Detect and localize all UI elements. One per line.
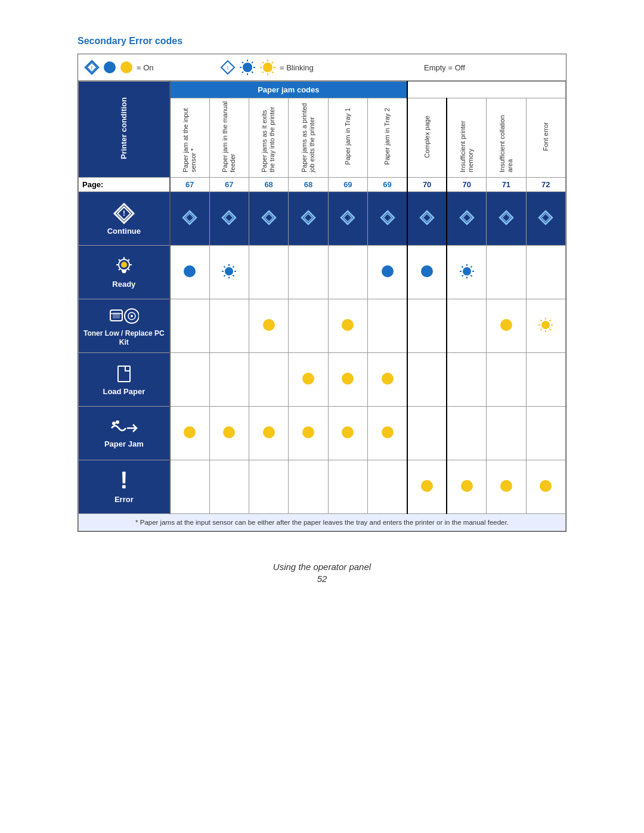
- pj-c5: [328, 407, 367, 460]
- ready-lightbulb-icon: [113, 256, 135, 278]
- svg-point-113: [461, 480, 473, 492]
- svg-line-68: [233, 266, 234, 267]
- paper-jam-label: Paper Jam: [104, 439, 144, 448]
- col-header-8: Insufficient printer memory: [447, 98, 486, 178]
- svg-point-106: [223, 426, 235, 438]
- col-label-6: Paper jam in Tray 2: [383, 108, 391, 165]
- ready-c8: [447, 246, 486, 299]
- pj-c10: [526, 407, 565, 460]
- continue-c7: [407, 192, 447, 246]
- load-paper-c2: [209, 353, 249, 407]
- svg-text:!: !: [123, 209, 125, 218]
- load-paper-c3: [249, 353, 288, 407]
- page-num-8: 70: [447, 178, 486, 192]
- page-num-6: 69: [368, 178, 407, 192]
- load-paper-c10: [526, 353, 565, 407]
- col-label-8: Insufficient printer memory: [459, 101, 475, 172]
- paper-jam-icon: [109, 419, 139, 438]
- load-paper-c9: [487, 353, 526, 407]
- toner-condition: Toner Low / Replace PC Kit: [79, 299, 170, 353]
- svg-point-109: [342, 426, 354, 438]
- continue-c1: [170, 192, 209, 246]
- section-title: Secondary Error codes: [78, 36, 566, 47]
- page-num-5: 69: [328, 178, 367, 192]
- error-row: ! Error: [79, 460, 566, 514]
- svg-line-53: [119, 259, 120, 261]
- svg-point-108: [302, 426, 314, 438]
- svg-point-87: [263, 319, 275, 331]
- ready-c1: [170, 246, 209, 299]
- svg-line-77: [462, 266, 463, 267]
- svg-line-66: [224, 266, 225, 267]
- ready-c9: [487, 246, 526, 299]
- ready-c7: [407, 246, 447, 299]
- toner-c1: [170, 299, 209, 353]
- error-c7: [407, 460, 447, 514]
- load-paper-c8: [447, 353, 486, 407]
- col-label-7: Complex page: [423, 116, 431, 158]
- error-c5: [328, 460, 367, 514]
- load-paper-row: Load Paper: [79, 353, 566, 407]
- ready-c2: [209, 246, 249, 299]
- ready-c3: [249, 246, 288, 299]
- svg-point-102: [382, 373, 394, 385]
- svg-rect-58: [122, 270, 126, 272]
- svg-point-70: [382, 265, 394, 277]
- svg-point-104: [116, 420, 119, 424]
- sun-blink-yellow-icon: [259, 59, 276, 76]
- col-label-2: Paper jam in the manual feeder: [221, 101, 237, 172]
- continue-c5: [328, 192, 367, 246]
- svg-line-12: [242, 62, 243, 63]
- toner-c2: [209, 299, 249, 353]
- ready-row: Ready: [79, 246, 566, 299]
- svg-point-101: [342, 373, 354, 385]
- pj-c6: [368, 407, 407, 460]
- svg-line-22: [272, 72, 273, 73]
- svg-line-14: [252, 62, 253, 63]
- pj-c4: [289, 407, 328, 460]
- svg-line-95: [541, 320, 542, 321]
- page-num-2: 67: [209, 178, 249, 192]
- ready-c4: [289, 246, 328, 299]
- paper-jam-header-row: Printer condition Paper jam codes: [79, 82, 566, 98]
- error-c1: [170, 460, 209, 514]
- svg-point-107: [263, 426, 275, 438]
- diamond-on-icon: !: [84, 60, 100, 75]
- svg-point-115: [540, 480, 552, 492]
- svg-point-3: [104, 61, 116, 73]
- svg-point-114: [500, 480, 512, 492]
- pj-c2: [209, 407, 249, 460]
- ready-c10: [526, 246, 565, 299]
- continue-c8: [447, 192, 486, 246]
- svg-text:!: !: [227, 65, 229, 71]
- circle-blink-blue-icon: [239, 59, 256, 76]
- load-paper-c1: [170, 353, 209, 407]
- pj-c8: [447, 407, 486, 460]
- col-label-4: Paper jams as a printed job exits the pr…: [301, 101, 316, 172]
- svg-point-86: [131, 315, 133, 317]
- error-label: Error: [114, 495, 134, 504]
- toner-label: Toner Low / Replace PC Kit: [83, 329, 165, 346]
- load-paper-c6: [368, 353, 407, 407]
- continue-c6: [368, 192, 407, 246]
- svg-point-105: [184, 426, 196, 438]
- col-header-3: Paper jams as it exits the tray into the…: [249, 98, 288, 178]
- circle-yellow-on-icon: [120, 61, 133, 74]
- toner-c10: [526, 299, 565, 353]
- col-header-4: Paper jams as a printed job exits the pr…: [289, 98, 328, 178]
- svg-line-13: [252, 72, 253, 73]
- blinking-label: = Blinking: [280, 63, 314, 72]
- error-exclamation-icon: !: [115, 470, 133, 493]
- toner-icon: [109, 305, 139, 327]
- svg-line-69: [224, 275, 225, 276]
- svg-line-54: [128, 269, 129, 270]
- page-numbers-row: Page: 67 67 68 68 69 69 70 70 71 72: [79, 178, 566, 192]
- continue-c10: [526, 192, 565, 246]
- error-c9: [487, 460, 526, 514]
- load-paper-c7: [407, 353, 447, 407]
- svg-point-61: [225, 267, 233, 275]
- col-header-7: Complex page: [407, 98, 447, 178]
- pj-c3: [249, 407, 288, 460]
- error-codes-table: ! = On !: [78, 54, 566, 532]
- paper-jam-condition: Paper Jam: [79, 407, 170, 460]
